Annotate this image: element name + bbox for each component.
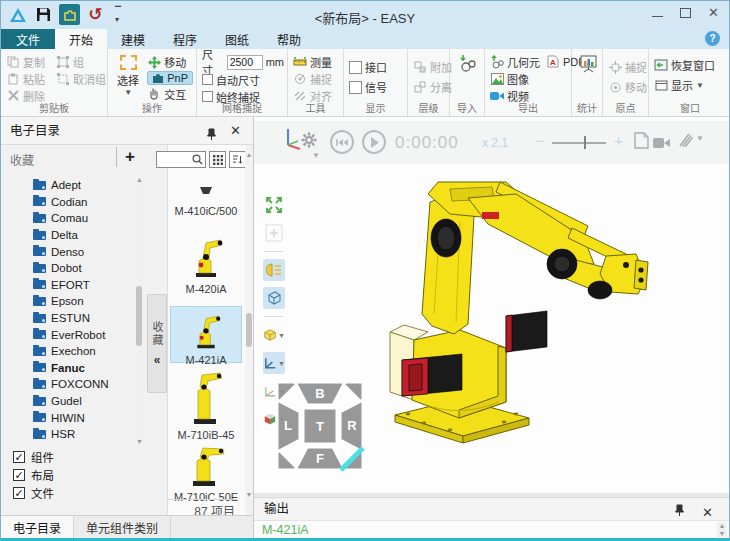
group-display: 接口 信号 显示 bbox=[344, 49, 408, 116]
output-scrollbar[interactable]: ▲ ▼ bbox=[717, 522, 727, 537]
robot-model-3d[interactable] bbox=[254, 164, 730, 493]
tree-item[interactable]: EverRobot bbox=[7, 326, 133, 343]
scroll-down-icon[interactable]: ▼ bbox=[245, 491, 253, 499]
ribbon: 复制 组 粘贴 取消组 删除 剪贴板 选择 ▼ 移动 PnP 交互 操作 尺寸m… bbox=[1, 49, 729, 117]
tab-modeling[interactable]: 建模 bbox=[107, 29, 159, 49]
collapse-chevron-icon: « bbox=[154, 353, 161, 367]
crosshair-icon bbox=[608, 60, 622, 74]
tree-item[interactable]: Epson bbox=[7, 293, 133, 310]
group-label: 工具 bbox=[288, 100, 343, 115]
add-favorite-button[interactable]: + bbox=[116, 147, 135, 167]
window-controls: ✕ bbox=[652, 6, 719, 19]
speed-slider-handle[interactable] bbox=[584, 136, 586, 149]
file-checkbox[interactable] bbox=[13, 487, 25, 499]
list-item[interactable]: M-420iA bbox=[170, 233, 242, 295]
origin-snap-button: 捕捉 bbox=[608, 57, 645, 77]
collapse-favorites-tab[interactable]: 收藏 « bbox=[147, 294, 167, 393]
list-item[interactable]: M-410iC/500 bbox=[170, 185, 242, 217]
chevron-down-icon: ▼ bbox=[696, 81, 704, 90]
signal-checkbox[interactable] bbox=[349, 81, 362, 94]
layout-checkbox[interactable] bbox=[13, 469, 25, 481]
tree-item[interactable]: Delta bbox=[7, 227, 133, 244]
scroll-up-icon[interactable]: ▲ bbox=[135, 176, 144, 184]
group-stats: 统计 bbox=[572, 49, 603, 116]
measure-button[interactable]: 测量 bbox=[293, 53, 340, 70]
export-geometry-button[interactable]: 几何元 bbox=[490, 53, 540, 70]
tab-unit-component-category[interactable]: 单元组件类别 bbox=[74, 516, 171, 538]
scroll-up-icon[interactable]: ▲ bbox=[245, 151, 253, 159]
tree-item[interactable]: Dobot bbox=[7, 260, 133, 277]
output-message: M-421iA bbox=[254, 521, 729, 537]
interface-checkbox[interactable] bbox=[349, 61, 362, 74]
tree-item[interactable]: HSR bbox=[7, 426, 133, 443]
pnp-toggle-button[interactable] bbox=[59, 4, 80, 25]
tree-item[interactable]: EFORT bbox=[7, 277, 133, 294]
grid-size-input[interactable] bbox=[227, 55, 263, 70]
tree-item[interactable]: ESTUN bbox=[7, 310, 133, 327]
speed-slider-track[interactable] bbox=[552, 142, 606, 144]
group-label: 剪贴板 bbox=[1, 100, 107, 115]
tab-start[interactable]: 开始 bbox=[55, 29, 107, 49]
group-grid-snap: 尺寸mm 自动尺寸 始终捕捉 网格捕捉 bbox=[197, 49, 288, 116]
annotate-pen-icon[interactable] bbox=[678, 132, 694, 152]
search-input[interactable] bbox=[156, 151, 206, 168]
tree-item[interactable]: Denso bbox=[7, 243, 133, 260]
svg-text:A: A bbox=[550, 58, 556, 67]
tab-electronic-catalog[interactable]: 电子目录 bbox=[1, 516, 74, 538]
zoom-in-icon[interactable]: + bbox=[614, 132, 623, 149]
tree-item[interactable]: Gudel bbox=[7, 393, 133, 410]
scroll-up-icon[interactable]: ▲ bbox=[719, 522, 726, 530]
move-button[interactable]: 移动 bbox=[147, 54, 193, 70]
list-scrollbar[interactable]: ▲ ▼ bbox=[245, 151, 253, 499]
file-menu-button[interactable]: 文件 bbox=[1, 29, 55, 49]
tree-item[interactable]: FOXCONN bbox=[7, 376, 133, 393]
viewport-settings-gear-button[interactable] bbox=[300, 131, 318, 153]
list-item-selected[interactable]: M-421iA bbox=[170, 306, 242, 363]
viewport-canvas[interactable]: ▼ ▼ ▼ ▼ B bbox=[254, 164, 729, 493]
show-window-button[interactable]: 显示▼ bbox=[654, 75, 728, 95]
rewind-button[interactable] bbox=[330, 130, 354, 154]
tree-scrollbar[interactable]: ▲ ▼ bbox=[135, 176, 144, 446]
record-video-icon[interactable] bbox=[653, 135, 671, 153]
sort-button[interactable] bbox=[229, 151, 246, 168]
maximize-button[interactable] bbox=[680, 8, 691, 18]
window-title: <新布局> - EASY bbox=[121, 8, 609, 27]
scroll-down-icon[interactable]: ▼ bbox=[719, 530, 726, 538]
pnp-button[interactable]: PnP bbox=[147, 71, 193, 85]
tree-item[interactable]: HIWIN bbox=[7, 409, 133, 426]
minimize-button[interactable] bbox=[652, 16, 663, 17]
save-button[interactable] bbox=[33, 4, 54, 25]
component-checkbox[interactable] bbox=[13, 451, 25, 463]
import-button[interactable] bbox=[455, 53, 481, 70]
group-operate: 选择 ▼ 移动 PnP 交互 操作 bbox=[108, 49, 197, 116]
scrollbar-thumb[interactable] bbox=[246, 313, 252, 347]
close-panel-icon[interactable]: ✕ bbox=[230, 123, 241, 139]
export-image-button[interactable]: 图像 bbox=[490, 70, 568, 87]
tree-item-fanuc[interactable]: Fanuc bbox=[7, 360, 133, 377]
group-tools: 测量 捕捉 对齐 工具 bbox=[288, 49, 344, 116]
tree-item[interactable]: Comau bbox=[7, 210, 133, 227]
auto-size-checkbox[interactable] bbox=[202, 74, 213, 85]
output-panel-header: 输出 ✕ bbox=[254, 497, 729, 520]
select-button[interactable]: 选择 ▼ bbox=[113, 53, 143, 102]
scrollbar-thumb[interactable] bbox=[136, 286, 142, 346]
zoom-out-icon[interactable]: − bbox=[536, 132, 545, 149]
tree-item[interactable]: Exechon bbox=[7, 343, 133, 360]
help-icon[interactable]: ? bbox=[705, 31, 720, 46]
play-button[interactable] bbox=[362, 130, 386, 154]
copy-button: 复制 bbox=[6, 53, 56, 70]
scroll-down-icon[interactable]: ▼ bbox=[135, 438, 144, 446]
tree-item[interactable]: Codian bbox=[7, 194, 133, 211]
stats-button[interactable] bbox=[577, 53, 599, 70]
tab-help[interactable]: 帮助 bbox=[263, 29, 315, 49]
close-button[interactable]: ✕ bbox=[708, 6, 719, 19]
list-item[interactable]: M-710iB-45 bbox=[170, 371, 242, 441]
catalog-panel-body: 收藏 + Adept Codian Comau Delta Denso Dobo… bbox=[1, 145, 253, 515]
list-item[interactable]: M-710iC 50E bbox=[170, 443, 242, 503]
export-pdf-view-icon[interactable] bbox=[634, 132, 649, 153]
restore-window-button[interactable]: 恢复窗口 bbox=[654, 55, 728, 75]
grid-view-button[interactable] bbox=[209, 151, 226, 168]
undo-button[interactable]: ↺ bbox=[85, 4, 106, 25]
tree-item[interactable]: Adept bbox=[7, 177, 133, 194]
group-button: 组 bbox=[56, 53, 102, 70]
